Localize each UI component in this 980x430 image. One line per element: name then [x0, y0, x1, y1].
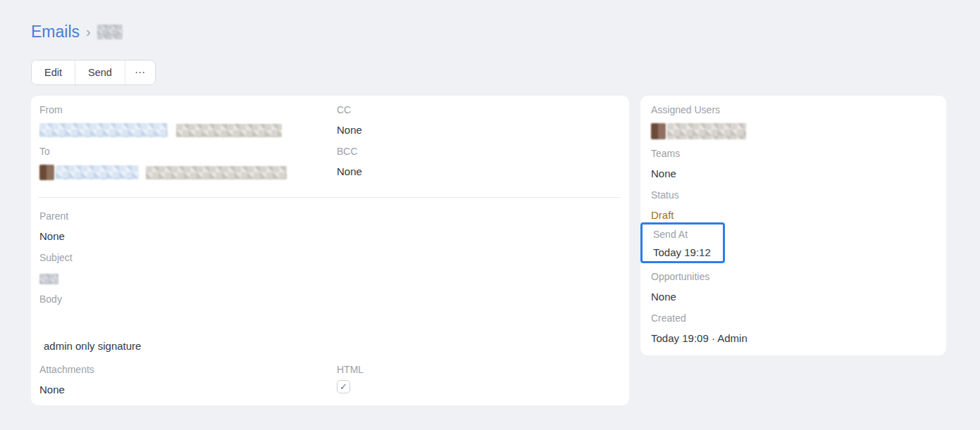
subject-value-redacted	[39, 274, 58, 284]
bcc-label: BCC	[337, 144, 618, 158]
body-label: Body	[39, 292, 618, 306]
parent-value: None	[39, 229, 618, 244]
body-text: admin only signature	[39, 339, 618, 353]
created-label: Created	[651, 311, 935, 325]
panel-divider	[38, 197, 621, 198]
field-status: Status Draft	[651, 188, 935, 222]
attachments-value: None	[39, 383, 337, 397]
field-send-at: Send At Today 19:12	[653, 227, 713, 260]
field-attachments: Attachments None	[39, 362, 337, 397]
created-value: Today 19:09 · Admin	[651, 331, 935, 346]
from-label: From	[39, 103, 337, 117]
email-detail-panel: From CC None To	[31, 96, 629, 405]
assigned-user-name-redacted[interactable]	[667, 123, 746, 139]
breadcrumb-emails-link[interactable]: Emails	[31, 21, 80, 43]
edit-button[interactable]: Edit	[32, 61, 75, 84]
html-checkbox[interactable]: ✓	[337, 380, 350, 393]
record-action-buttons: Edit Send ⋯	[31, 60, 156, 85]
field-assigned-users: Assigned Users	[651, 103, 935, 139]
status-label: Status	[651, 188, 935, 202]
field-subject: Subject	[39, 251, 618, 285]
teams-value: None	[651, 167, 935, 181]
teams-label: Teams	[651, 146, 935, 160]
field-html: HTML ✓	[337, 362, 618, 397]
field-to: To	[39, 144, 337, 180]
send-at-value: Today 19:12	[653, 246, 713, 260]
check-icon: ✓	[340, 382, 347, 391]
to-avatar	[39, 165, 54, 180]
from-address-redacted[interactable]	[39, 123, 168, 137]
field-opportunities: Opportunities None	[651, 270, 935, 304]
to-address-redacted[interactable]	[56, 165, 139, 179]
email-side-panel: Assigned Users Teams None Status Draft S…	[640, 96, 946, 355]
breadcrumb-record-name-redacted	[97, 25, 123, 39]
breadcrumb: Emails ›	[31, 21, 946, 43]
breadcrumb-separator: ›	[86, 21, 91, 43]
send-at-highlight: Send At Today 19:12	[640, 222, 725, 263]
to-name-redacted	[146, 166, 287, 179]
subject-label: Subject	[39, 251, 618, 265]
field-parent: Parent None	[39, 209, 618, 244]
body-empty-space	[39, 312, 618, 339]
field-created: Created Today 19:09 · Admin	[651, 311, 935, 346]
more-actions-button[interactable]: ⋯	[125, 61, 155, 84]
cc-label: CC	[337, 103, 618, 117]
to-label: To	[39, 144, 337, 158]
field-from: From	[39, 103, 337, 137]
status-value: Draft	[651, 208, 935, 222]
field-cc: CC None	[337, 103, 618, 137]
page: Emails › Edit Send ⋯ From CC None	[0, 0, 980, 405]
attachments-label: Attachments	[39, 362, 337, 377]
opportunities-value: None	[651, 290, 935, 304]
html-label: HTML	[337, 362, 618, 377]
field-teams: Teams None	[651, 146, 935, 181]
parent-label: Parent	[39, 209, 618, 223]
opportunities-label: Opportunities	[651, 270, 935, 284]
send-button[interactable]: Send	[75, 61, 125, 84]
from-name-redacted	[176, 124, 282, 137]
bcc-value: None	[337, 165, 618, 179]
assigned-users-label: Assigned Users	[651, 103, 935, 117]
assigned-user-avatar	[651, 123, 666, 139]
field-bcc: BCC None	[337, 144, 618, 180]
field-body: Body admin only signature	[39, 292, 618, 353]
send-at-label: Send At	[653, 227, 713, 241]
cc-value: None	[337, 123, 618, 137]
